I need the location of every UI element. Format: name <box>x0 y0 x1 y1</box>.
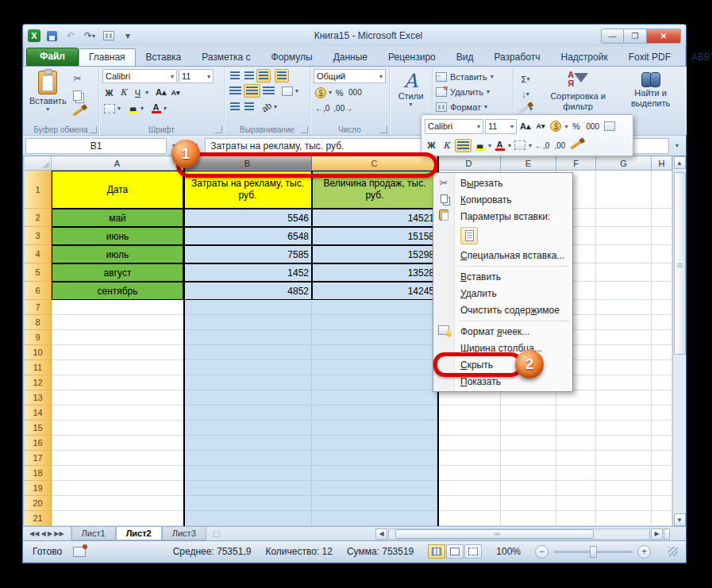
cell-B12[interactable] <box>183 375 312 390</box>
cell-G5[interactable] <box>596 263 652 282</box>
menu-item-Формат ячеек...[interactable]: Формат ячеек... <box>433 323 572 340</box>
cell-A7[interactable] <box>52 300 183 315</box>
save-button[interactable] <box>44 29 60 43</box>
tab-split-handle[interactable] <box>664 528 670 540</box>
row-header-14[interactable]: 14 <box>25 405 52 421</box>
cell-G12[interactable] <box>596 375 652 390</box>
tab-Данные[interactable]: Данные <box>323 48 378 66</box>
cell-A3[interactable]: июнь <box>52 227 183 245</box>
cell-A4[interactable]: июль <box>52 245 183 263</box>
fill-button[interactable]: ↓ ▾ <box>517 87 534 101</box>
fill-color-button[interactable]: ◛ <box>126 102 140 115</box>
insert-function-button[interactable]: fx <box>181 140 203 152</box>
cell-C8[interactable] <box>312 315 437 330</box>
cell-H1[interactable] <box>652 171 672 209</box>
paste-button[interactable]: Вставить ▾ <box>26 69 70 119</box>
cell-G10[interactable] <box>596 345 652 360</box>
mini-bold-button[interactable]: Ж <box>425 139 438 152</box>
insert-worksheet-button[interactable]: ⬚ <box>206 527 227 540</box>
row-header-2[interactable]: 2 <box>25 209 52 227</box>
cell-A1[interactable]: Дата <box>52 171 183 209</box>
cell-H10[interactable] <box>652 345 672 360</box>
cell-D17[interactable] <box>437 451 501 466</box>
mini-comma-button[interactable]: 000 <box>584 120 601 133</box>
cell-C18[interactable] <box>312 466 437 481</box>
cell-F16[interactable] <box>556 436 596 451</box>
cell-E14[interactable] <box>501 405 556 421</box>
tab-Формулы[interactable]: Формулы <box>260 48 322 66</box>
cell-E19[interactable] <box>501 481 556 496</box>
row-header-4[interactable]: 4 <box>25 245 52 263</box>
accounting-format-button[interactable]: $ <box>314 86 328 99</box>
cell-H3[interactable] <box>652 227 672 245</box>
cell-A11[interactable] <box>52 360 183 375</box>
scroll-right-icon[interactable]: ▶ <box>651 528 663 540</box>
resize-grip-icon[interactable] <box>668 547 678 556</box>
mini-font-size-select[interactable]: 11▾ <box>485 119 517 134</box>
cell-B16[interactable] <box>183 436 312 451</box>
cell-B10[interactable] <box>183 345 312 360</box>
decrease-indent-button[interactable] <box>228 100 241 113</box>
decrease-decimal-button[interactable]: ,00→ <box>332 102 354 115</box>
cell-G6[interactable] <box>596 282 652 300</box>
cell-A18[interactable] <box>52 466 183 481</box>
print-preview-button[interactable] <box>101 29 117 43</box>
italic-button[interactable]: К <box>117 86 130 99</box>
cell-G15[interactable] <box>596 421 652 436</box>
row-header-19[interactable]: 19 <box>25 481 52 496</box>
cell-D19[interactable] <box>437 481 501 496</box>
cell-B18[interactable] <box>183 466 312 481</box>
horizontal-scrollbar[interactable] <box>388 528 650 540</box>
number-format-select[interactable]: Общий▾ <box>314 69 386 83</box>
row-header-9[interactable]: 9 <box>25 330 52 345</box>
close-button[interactable]: ✕ <box>647 29 681 44</box>
cell-G16[interactable] <box>596 436 652 451</box>
cell-C5[interactable]: 13528 <box>312 263 437 282</box>
insert-cells-button[interactable]: Вставить▾ <box>436 69 510 84</box>
cell-H21[interactable] <box>652 511 672 526</box>
row-header-8[interactable]: 8 <box>25 315 52 330</box>
row-header-18[interactable]: 18 <box>25 466 52 481</box>
cell-C11[interactable] <box>312 360 437 375</box>
increase-decimal-button[interactable]: ←,0 <box>314 102 331 115</box>
cell-C14[interactable] <box>312 405 437 421</box>
shrink-font-button[interactable]: A▾ <box>168 86 182 99</box>
cell-A21[interactable] <box>52 511 183 526</box>
zoom-slider[interactable] <box>590 546 597 558</box>
zoom-level[interactable]: 100% <box>496 546 521 557</box>
cut-button[interactable]: ✂ <box>70 71 86 86</box>
tab-Надстройк[interactable]: Надстройк <box>551 48 618 66</box>
row-header-12[interactable]: 12 <box>25 375 52 390</box>
menu-item-Скрыть[interactable]: Скрыть <box>433 356 572 373</box>
row-header-20[interactable]: 20 <box>25 496 52 511</box>
mini-font-color-button[interactable]: А <box>493 139 506 152</box>
cell-G1[interactable] <box>596 171 652 209</box>
mini-accounting-button[interactable]: $ <box>548 120 563 133</box>
align-bottom-button[interactable] <box>256 69 271 83</box>
tab-Вид[interactable]: Вид <box>446 48 484 66</box>
font-size-select[interactable]: 11▾ <box>179 69 214 83</box>
menu-item-Копировать[interactable]: Копировать <box>433 191 572 208</box>
cell-D18[interactable] <box>437 466 501 481</box>
mini-fill-color-button[interactable]: ◛ <box>473 139 487 152</box>
cell-G14[interactable] <box>596 405 652 421</box>
cell-B20[interactable] <box>183 496 312 511</box>
scroll-down-icon[interactable]: ▼ <box>674 513 686 526</box>
cell-G11[interactable] <box>596 360 652 375</box>
cell-B21[interactable] <box>183 511 312 526</box>
name-box-caret-icon[interactable]: ▾ <box>168 138 179 154</box>
cell-C10[interactable] <box>312 345 437 360</box>
scroll-up-icon[interactable]: ▲ <box>674 156 686 169</box>
cell-H8[interactable] <box>652 315 672 330</box>
grow-font-button[interactable]: A▴ <box>154 86 167 99</box>
cell-A13[interactable] <box>52 390 183 405</box>
menu-item-Вырезать[interactable]: ✂Вырезать <box>433 175 572 191</box>
column-header-E[interactable]: E <box>501 156 556 171</box>
cell-G3[interactable] <box>596 227 652 245</box>
maximize-button[interactable]: ❐ <box>624 29 647 44</box>
mini-increase-decimal-button[interactable]: ←,0 <box>533 139 551 152</box>
cell-A10[interactable] <box>52 345 183 360</box>
cell-B4[interactable]: 7585 <box>183 245 312 263</box>
cell-H4[interactable] <box>652 245 672 263</box>
cell-C6[interactable]: 14245 <box>312 282 437 300</box>
